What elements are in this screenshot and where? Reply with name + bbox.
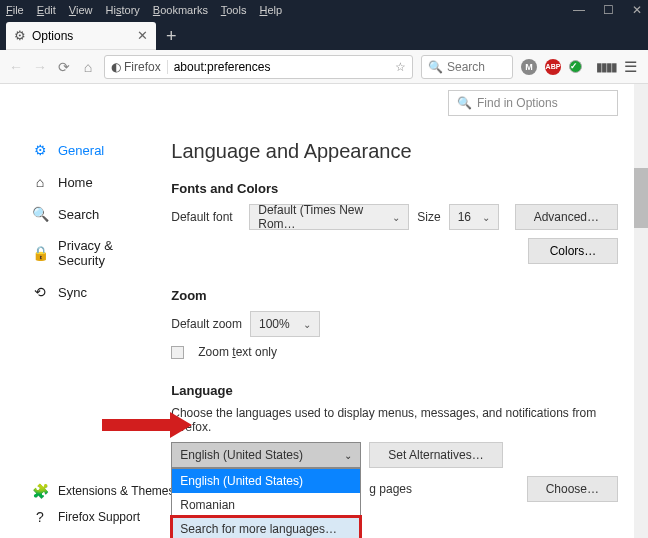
- toolbar-icon-abp[interactable]: ABP: [545, 59, 561, 75]
- menu-view[interactable]: View: [69, 4, 93, 16]
- menu-bookmarks[interactable]: Bookmarks: [153, 4, 208, 16]
- home-button[interactable]: ⌂: [80, 59, 96, 75]
- sidebar-item-search[interactable]: 🔍 Search: [0, 198, 161, 230]
- pages-text-fragment: g pages: [369, 482, 412, 496]
- url-text: about:preferences: [174, 60, 271, 74]
- default-font-select[interactable]: Default (Times New Rom…⌄: [249, 204, 409, 230]
- advanced-fonts-button[interactable]: Advanced…: [515, 204, 618, 230]
- language-description: Choose the languages used to display men…: [171, 406, 618, 434]
- reload-button[interactable]: ⟳: [56, 59, 72, 75]
- app-menu-icon[interactable]: ☰: [624, 58, 640, 76]
- new-tab-button[interactable]: +: [156, 22, 187, 50]
- tab-options[interactable]: ⚙ Options ✕: [6, 22, 156, 50]
- language-select[interactable]: English (United States) ⌄: [171, 442, 361, 468]
- search-bar[interactable]: 🔍 Search: [421, 55, 513, 79]
- menu-edit[interactable]: Edit: [37, 4, 56, 16]
- colors-button[interactable]: Colors…: [528, 238, 618, 264]
- back-button[interactable]: ←: [8, 59, 24, 75]
- sidebar-item-home[interactable]: ⌂ Home: [0, 166, 161, 198]
- find-in-options[interactable]: 🔍 Find in Options: [448, 90, 618, 116]
- chevron-down-icon: ⌄: [482, 212, 490, 223]
- window-maximize-icon[interactable]: ☐: [603, 3, 614, 17]
- identity-box: ◐ Firefox: [111, 60, 168, 74]
- default-zoom-label: Default zoom: [171, 317, 242, 331]
- language-heading: Language: [171, 383, 618, 398]
- chevron-down-icon: ⌄: [392, 212, 400, 223]
- menu-history[interactable]: History: [106, 4, 140, 16]
- tab-close-icon[interactable]: ✕: [137, 28, 148, 43]
- language-option-ro[interactable]: Romanian: [172, 493, 360, 517]
- search-icon: 🔍: [457, 96, 472, 110]
- main-content: 🔍 Find in Options Language and Appearanc…: [161, 84, 648, 538]
- scrollbar-thumb[interactable]: [634, 168, 648, 228]
- sidebar-item-privacy[interactable]: 🔒 Privacy & Security: [0, 230, 161, 276]
- toolbar-icon-check[interactable]: ✓: [569, 60, 582, 73]
- sidebar-item-sync[interactable]: ⟲ Sync: [0, 276, 161, 308]
- language-dropdown: English (United States) Romanian Search …: [171, 468, 361, 538]
- zoom-text-only-label: Zoom text only: [198, 345, 277, 359]
- sync-icon: ⟲: [32, 284, 48, 300]
- default-zoom-select[interactable]: 100%⌄: [250, 311, 320, 337]
- title-bar: File Edit View History Bookmarks Tools H…: [0, 0, 648, 20]
- library-icon[interactable]: ▮▮▮▮: [596, 60, 616, 74]
- menu-help[interactable]: Help: [260, 4, 283, 16]
- lock-icon: 🔒: [32, 245, 48, 261]
- gear-icon: ⚙: [14, 28, 26, 43]
- search-icon: 🔍: [428, 60, 443, 74]
- sidebar: ⚙ General ⌂ Home 🔍 Search 🔒 Privacy & Se…: [0, 84, 161, 538]
- default-font-label: Default font: [171, 210, 241, 224]
- firefox-icon: ◐: [111, 60, 121, 74]
- size-label: Size: [417, 210, 440, 224]
- zoom-text-only-checkbox[interactable]: [171, 346, 184, 359]
- chevron-down-icon: ⌄: [303, 319, 311, 330]
- search-icon: 🔍: [32, 206, 48, 222]
- menu-file[interactable]: File: [6, 4, 24, 16]
- tab-strip: ⚙ Options ✕ +: [0, 20, 648, 50]
- gear-icon: ⚙: [32, 142, 48, 158]
- url-bar[interactable]: ◐ Firefox about:preferences ☆: [104, 55, 413, 79]
- toolbar-icon-m[interactable]: M: [521, 59, 537, 75]
- nav-toolbar: ← → ⟳ ⌂ ◐ Firefox about:preferences ☆ 🔍 …: [0, 50, 648, 84]
- menu-bar: File Edit View History Bookmarks Tools H…: [6, 4, 292, 16]
- forward-button[interactable]: →: [32, 59, 48, 75]
- question-icon: ?: [32, 509, 48, 525]
- set-alternatives-button[interactable]: Set Alternatives…: [369, 442, 502, 468]
- font-size-select[interactable]: 16⌄: [449, 204, 499, 230]
- menu-tools[interactable]: Tools: [221, 4, 247, 16]
- vertical-scrollbar[interactable]: [634, 84, 648, 538]
- tab-title: Options: [32, 29, 73, 43]
- choose-button[interactable]: Choose…: [527, 476, 618, 502]
- zoom-heading: Zoom: [171, 288, 618, 303]
- window-minimize-icon[interactable]: —: [573, 3, 585, 17]
- language-option-search-more[interactable]: Search for more languages…: [172, 517, 360, 538]
- language-option-en[interactable]: English (United States): [172, 469, 360, 493]
- puzzle-icon: 🧩: [32, 483, 48, 499]
- sidebar-item-general[interactable]: ⚙ General: [0, 134, 161, 166]
- fonts-heading: Fonts and Colors: [171, 181, 618, 196]
- home-icon: ⌂: [32, 174, 48, 190]
- bookmark-star-icon[interactable]: ☆: [395, 60, 406, 74]
- chevron-down-icon: ⌄: [344, 450, 352, 461]
- window-close-icon[interactable]: ✕: [632, 3, 642, 17]
- page-title: Language and Appearance: [171, 140, 618, 163]
